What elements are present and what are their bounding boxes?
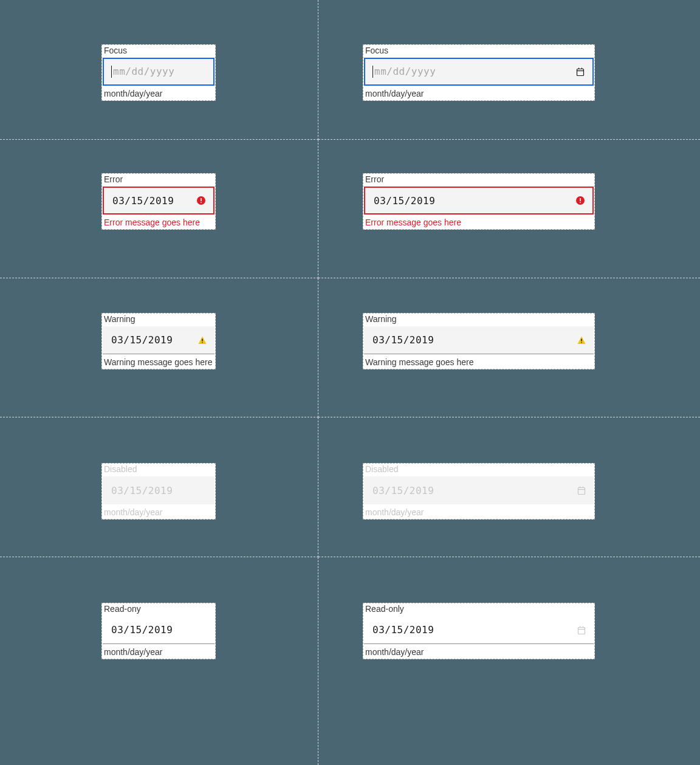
date-card-focus-simple: Focus mm/dd/yyyy month/day/year bbox=[101, 44, 216, 101]
error-icon bbox=[568, 196, 592, 205]
field-helper: month/day/year bbox=[363, 645, 595, 659]
date-input-readonly: 03/15/2019 bbox=[364, 616, 594, 644]
date-input-warning[interactable]: 03/15/2019 bbox=[364, 326, 594, 354]
field-helper: month/day/year bbox=[363, 506, 595, 520]
field-label: Warning bbox=[363, 313, 595, 325]
field-helper: month/day/year bbox=[101, 87, 216, 101]
calendar-icon bbox=[569, 485, 594, 495]
error-icon bbox=[189, 196, 213, 205]
date-card-warning-calendar: Warning 03/15/2019 Warning message goes … bbox=[363, 313, 595, 369]
date-input-value: 03/15/2019 bbox=[103, 485, 214, 496]
field-label: Read-only bbox=[363, 603, 595, 615]
field-helper: month/day/year bbox=[101, 645, 216, 659]
date-input-value: mm/dd/yyyy bbox=[104, 66, 213, 78]
date-input-disabled: 03/15/2019 bbox=[103, 476, 214, 504]
date-card-disabled-calendar: Disabled 03/15/2019 month/day/year bbox=[363, 463, 595, 520]
date-input-value: 03/15/2019 bbox=[364, 334, 569, 346]
date-input-focus[interactable]: mm/dd/yyyy bbox=[364, 58, 594, 86]
field-error-message: Error message goes here bbox=[363, 216, 595, 230]
field-label: Focus bbox=[363, 44, 595, 57]
field-label: Error bbox=[101, 173, 216, 185]
warning-icon bbox=[569, 335, 594, 345]
date-input-error[interactable]: 03/15/2019 bbox=[364, 187, 594, 214]
date-card-focus-calendar: Focus mm/dd/yyyy month/day/year bbox=[363, 44, 595, 101]
date-input-value: 03/15/2019 bbox=[103, 334, 190, 346]
calendar-icon bbox=[569, 625, 594, 635]
field-label: Error bbox=[363, 173, 595, 185]
warning-icon bbox=[190, 335, 214, 345]
date-input-warning[interactable]: 03/15/2019 bbox=[103, 326, 214, 354]
date-card-warning-simple: Warning 03/15/2019 Warning message goes … bbox=[101, 313, 216, 369]
date-input-value: 03/15/2019 bbox=[364, 624, 569, 636]
date-input-value: mm/dd/yyyy bbox=[365, 66, 568, 78]
field-label: Focus bbox=[101, 44, 216, 57]
field-label: Read-ony bbox=[101, 603, 216, 615]
field-label: Disabled bbox=[101, 463, 216, 475]
date-input-focus[interactable]: mm/dd/yyyy bbox=[103, 58, 214, 86]
field-label: Disabled bbox=[363, 463, 595, 475]
field-label: Warning bbox=[101, 313, 216, 325]
date-input-value: 03/15/2019 bbox=[104, 195, 189, 207]
date-input-error[interactable]: 03/15/2019 bbox=[103, 187, 214, 214]
date-card-error-simple: Error 03/15/2019 Error message goes here bbox=[101, 173, 216, 230]
field-warning-message: Warning message goes here bbox=[101, 355, 216, 369]
field-warning-message: Warning message goes here bbox=[363, 355, 595, 369]
date-input-value: 03/15/2019 bbox=[365, 195, 568, 207]
date-card-readonly-calendar: Read-only 03/15/2019 month/day/year bbox=[363, 603, 595, 659]
date-card-disabled-simple: Disabled 03/15/2019 month/day/year bbox=[101, 463, 216, 520]
field-helper: month/day/year bbox=[363, 87, 595, 101]
date-card-error-calendar: Error 03/15/2019 Error message goes here bbox=[363, 173, 595, 230]
field-helper: month/day/year bbox=[101, 506, 216, 520]
date-input-readonly: 03/15/2019 bbox=[103, 616, 214, 644]
date-card-readonly-simple: Read-ony 03/15/2019 month/day/year bbox=[101, 603, 216, 659]
calendar-icon[interactable] bbox=[568, 67, 592, 77]
date-input-value: 03/15/2019 bbox=[364, 485, 569, 496]
date-input-disabled: 03/15/2019 bbox=[364, 476, 594, 504]
field-error-message: Error message goes here bbox=[101, 216, 216, 230]
date-input-value: 03/15/2019 bbox=[103, 624, 214, 636]
